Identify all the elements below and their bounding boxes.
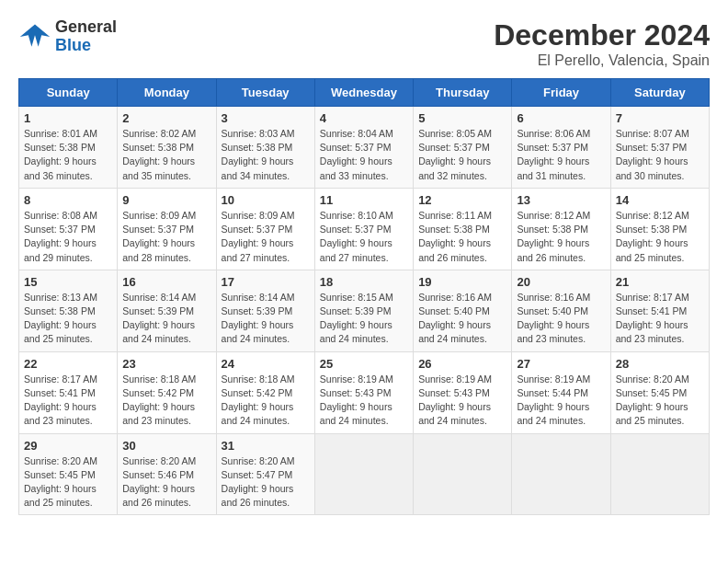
day-info: Sunrise: 8:20 AMSunset: 5:46 PMDaylight:… [122, 455, 196, 509]
calendar-cell: 6 Sunrise: 8:06 AMSunset: 5:37 PMDayligh… [512, 107, 610, 189]
calendar-cell: 16 Sunrise: 8:14 AMSunset: 5:39 PMDaylig… [118, 270, 216, 351]
weekday-header-tuesday: Tuesday [216, 79, 314, 107]
calendar-week-row: 1 Sunrise: 8:01 AMSunset: 5:38 PMDayligh… [19, 107, 710, 189]
day-info: Sunrise: 8:19 AMSunset: 5:43 PMDaylight:… [320, 373, 393, 427]
weekday-header-sunday: Sunday [19, 79, 118, 107]
day-number: 23 [122, 357, 210, 371]
weekday-header-saturday: Saturday [610, 79, 709, 107]
calendar-cell: 21 Sunrise: 8:17 AMSunset: 5:41 PMDaylig… [610, 270, 709, 351]
calendar-cell: 30 Sunrise: 8:20 AMSunset: 5:46 PMDaylig… [118, 433, 216, 515]
day-info: Sunrise: 8:01 AMSunset: 5:38 PMDaylight:… [24, 128, 97, 181]
day-number: 15 [24, 275, 112, 289]
calendar-cell: 5 Sunrise: 8:05 AMSunset: 5:37 PMDayligh… [414, 107, 512, 189]
day-info: Sunrise: 8:05 AMSunset: 5:37 PMDaylight:… [418, 128, 492, 181]
day-info: Sunrise: 8:06 AMSunset: 5:37 PMDaylight:… [517, 128, 590, 181]
calendar-cell: 11 Sunrise: 8:10 AMSunset: 5:37 PMDaylig… [314, 188, 413, 270]
day-number: 18 [320, 275, 408, 289]
day-info: Sunrise: 8:17 AMSunset: 5:41 PMDaylight:… [616, 292, 689, 345]
calendar-cell: 10 Sunrise: 8:09 AMSunset: 5:37 PMDaylig… [216, 188, 314, 270]
day-info: Sunrise: 8:18 AMSunset: 5:42 PMDaylight:… [222, 373, 295, 427]
day-info: Sunrise: 8:14 AMSunset: 5:39 PMDaylight:… [222, 292, 295, 345]
day-number: 26 [418, 357, 506, 371]
day-info: Sunrise: 8:12 AMSunset: 5:38 PMDaylight:… [616, 210, 689, 263]
weekday-header-thursday: Thursday [414, 79, 512, 107]
day-info: Sunrise: 8:19 AMSunset: 5:44 PMDaylight:… [517, 373, 590, 427]
calendar-cell: 28 Sunrise: 8:20 AMSunset: 5:45 PMDaylig… [610, 351, 709, 433]
day-number: 29 [24, 439, 112, 453]
location-text: El Perello, Valencia, Spain [494, 52, 710, 69]
calendar-week-row: 22 Sunrise: 8:17 AMSunset: 5:41 PMDaylig… [19, 351, 710, 433]
day-info: Sunrise: 8:18 AMSunset: 5:42 PMDaylight:… [122, 373, 196, 427]
calendar-cell [512, 433, 610, 515]
day-number: 3 [222, 111, 310, 125]
day-number: 31 [222, 439, 310, 453]
day-number: 19 [418, 275, 506, 289]
calendar-cell: 23 Sunrise: 8:18 AMSunset: 5:42 PMDaylig… [118, 351, 216, 433]
calendar-cell: 22 Sunrise: 8:17 AMSunset: 5:41 PMDaylig… [19, 351, 118, 433]
calendar-week-row: 15 Sunrise: 8:13 AMSunset: 5:38 PMDaylig… [19, 270, 710, 351]
day-info: Sunrise: 8:03 AMSunset: 5:38 PMDaylight:… [222, 128, 295, 181]
logo-text: General Blue [55, 18, 117, 55]
calendar-cell [610, 433, 709, 515]
day-number: 17 [222, 275, 310, 289]
day-info: Sunrise: 8:12 AMSunset: 5:38 PMDaylight:… [517, 210, 590, 263]
day-number: 21 [616, 275, 704, 289]
day-number: 1 [24, 111, 112, 125]
logo-blue-text: Blue [55, 37, 117, 55]
day-number: 30 [122, 439, 210, 453]
day-info: Sunrise: 8:20 AMSunset: 5:45 PMDaylight:… [616, 373, 689, 427]
day-info: Sunrise: 8:20 AMSunset: 5:45 PMDaylight:… [24, 455, 97, 509]
day-number: 16 [122, 275, 210, 289]
day-number: 6 [517, 111, 605, 125]
logo-general-text: General [55, 18, 117, 37]
day-number: 24 [222, 357, 310, 371]
day-number: 20 [517, 275, 605, 289]
calendar-cell: 12 Sunrise: 8:11 AMSunset: 5:38 PMDaylig… [414, 188, 512, 270]
day-number: 22 [24, 357, 112, 371]
day-number: 9 [122, 193, 210, 207]
day-number: 5 [418, 111, 506, 125]
day-info: Sunrise: 8:19 AMSunset: 5:43 PMDaylight:… [418, 373, 492, 427]
calendar-cell: 27 Sunrise: 8:19 AMSunset: 5:44 PMDaylig… [512, 351, 610, 433]
calendar-cell: 29 Sunrise: 8:20 AMSunset: 5:45 PMDaylig… [19, 433, 118, 515]
day-info: Sunrise: 8:13 AMSunset: 5:38 PMDaylight:… [24, 292, 97, 345]
day-info: Sunrise: 8:02 AMSunset: 5:38 PMDaylight:… [122, 128, 196, 181]
day-number: 8 [24, 193, 112, 207]
weekday-header-monday: Monday [118, 79, 216, 107]
day-info: Sunrise: 8:14 AMSunset: 5:39 PMDaylight:… [122, 292, 196, 345]
calendar-cell: 26 Sunrise: 8:19 AMSunset: 5:43 PMDaylig… [414, 351, 512, 433]
days-of-week-row: SundayMondayTuesdayWednesdayThursdayFrid… [19, 79, 710, 107]
page-header: General Blue December 2024 El Perello, V… [18, 18, 710, 69]
calendar-cell: 19 Sunrise: 8:16 AMSunset: 5:40 PMDaylig… [414, 270, 512, 351]
calendar-cell: 13 Sunrise: 8:12 AMSunset: 5:38 PMDaylig… [512, 188, 610, 270]
month-title: December 2024 [494, 18, 710, 52]
day-number: 11 [320, 193, 408, 207]
day-info: Sunrise: 8:17 AMSunset: 5:41 PMDaylight:… [24, 373, 97, 427]
day-info: Sunrise: 8:15 AMSunset: 5:39 PMDaylight:… [320, 292, 393, 345]
day-number: 7 [616, 111, 704, 125]
calendar-table: SundayMondayTuesdayWednesdayThursdayFrid… [18, 78, 710, 515]
calendar-cell: 4 Sunrise: 8:04 AMSunset: 5:37 PMDayligh… [314, 107, 413, 189]
calendar-week-row: 29 Sunrise: 8:20 AMSunset: 5:45 PMDaylig… [19, 433, 710, 515]
calendar-cell: 1 Sunrise: 8:01 AMSunset: 5:38 PMDayligh… [19, 107, 118, 189]
calendar-cell: 18 Sunrise: 8:15 AMSunset: 5:39 PMDaylig… [314, 270, 413, 351]
day-info: Sunrise: 8:16 AMSunset: 5:40 PMDaylight:… [517, 292, 590, 345]
calendar-cell [414, 433, 512, 515]
calendar-cell: 24 Sunrise: 8:18 AMSunset: 5:42 PMDaylig… [216, 351, 314, 433]
title-section: December 2024 El Perello, Valencia, Spai… [494, 18, 710, 69]
day-number: 13 [517, 193, 605, 207]
day-info: Sunrise: 8:08 AMSunset: 5:37 PMDaylight:… [24, 210, 97, 263]
logo-icon [18, 20, 51, 53]
svg-marker-0 [20, 24, 50, 46]
weekday-header-friday: Friday [512, 79, 610, 107]
calendar-cell: 3 Sunrise: 8:03 AMSunset: 5:38 PMDayligh… [216, 107, 314, 189]
day-info: Sunrise: 8:07 AMSunset: 5:37 PMDaylight:… [616, 128, 689, 181]
calendar-cell: 7 Sunrise: 8:07 AMSunset: 5:37 PMDayligh… [610, 107, 709, 189]
day-info: Sunrise: 8:20 AMSunset: 5:47 PMDaylight:… [222, 455, 295, 509]
day-info: Sunrise: 8:11 AMSunset: 5:38 PMDaylight:… [418, 210, 492, 263]
calendar-cell: 2 Sunrise: 8:02 AMSunset: 5:38 PMDayligh… [118, 107, 216, 189]
calendar-cell [314, 433, 413, 515]
day-number: 12 [418, 193, 506, 207]
calendar-cell: 20 Sunrise: 8:16 AMSunset: 5:40 PMDaylig… [512, 270, 610, 351]
calendar-header: SundayMondayTuesdayWednesdayThursdayFrid… [19, 79, 710, 107]
